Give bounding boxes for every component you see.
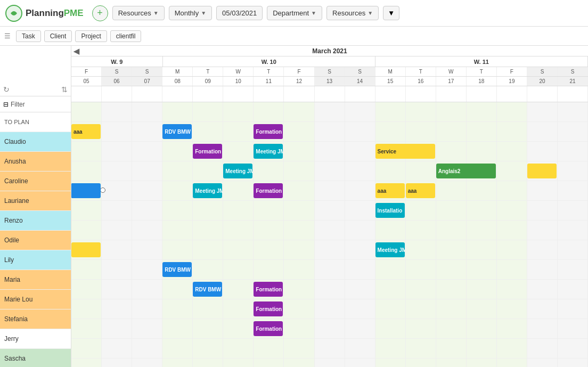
grid-cell[interactable] [497,319,527,338]
grid-cell[interactable] [497,102,527,121]
filter-tag-project[interactable]: Project [75,30,107,42]
grid-cell[interactable] [315,161,345,181]
grid-cell[interactable] [223,319,254,338]
filter-button[interactable]: ▼ [383,6,399,20]
calendar-event[interactable]: aaa [71,124,101,139]
grid-cell[interactable] [497,299,527,319]
calendar-event[interactable]: Formation [254,183,283,198]
grid-cell[interactable] [558,260,588,279]
grid-cell[interactable] [345,358,375,367]
grid-cell[interactable] [162,142,193,161]
grid-cell[interactable] [102,319,132,338]
grid-cell[interactable] [102,201,132,220]
grid-cell[interactable] [162,102,193,121]
grid-cell[interactable] [345,299,375,319]
grid-cell[interactable] [436,221,467,240]
calendar-event[interactable]: Meeting JMC [254,144,283,159]
grid-cell[interactable] [254,161,284,181]
grid-cell[interactable] [558,102,588,121]
calendar-event[interactable] [527,164,557,178]
grid-cell[interactable] [193,122,223,141]
filter-tag-task[interactable]: Task [16,30,41,42]
grid-cell[interactable] [254,221,284,240]
grid-cell[interactable] [345,122,375,141]
grid-cell[interactable] [467,201,497,220]
grid-cell[interactable] [467,240,497,259]
grid-cell[interactable] [71,142,102,161]
grid-cell[interactable] [102,280,132,299]
calendar-event[interactable]: Formation [254,282,283,297]
grid-cell[interactable] [102,221,132,240]
grid-cell[interactable] [406,299,436,319]
grid-cell[interactable] [345,280,375,299]
calendar-event[interactable]: aaa [406,183,435,198]
grid-cell[interactable] [527,181,558,200]
grid-cell[interactable] [315,260,345,279]
calendar-event[interactable]: Meeting JMC [375,242,405,257]
grid-cell[interactable] [132,358,162,367]
calendar-event[interactable]: Formation [254,124,283,139]
grid-cell[interactable] [558,358,588,367]
calendar-event[interactable]: Anglais2 [436,164,496,178]
grid-cell[interactable] [436,102,467,121]
grid-cell[interactable] [102,260,132,279]
grid-cell[interactable] [375,299,406,319]
grid-cell[interactable] [375,319,406,338]
grid-cell[interactable] [436,260,467,279]
grid-cell[interactable] [254,339,284,358]
date-picker[interactable]: 05/03/2021 [216,6,263,20]
grid-cell[interactable] [223,339,254,358]
grid-cell[interactable] [223,299,254,319]
grid-cell[interactable] [467,358,497,367]
grid-cell[interactable] [558,201,588,220]
grid-cell[interactable] [102,161,132,181]
grid-cell[interactable] [436,280,467,299]
calendar-event[interactable]: Formation [193,144,222,159]
sort-icon[interactable]: ⇅ [61,85,68,94]
grid-cell[interactable] [193,319,223,338]
grid-cell[interactable] [467,122,497,141]
grid-cell[interactable] [132,280,162,299]
grid-cell[interactable] [558,181,588,200]
grid-cell[interactable] [558,240,588,259]
grid-cell[interactable] [558,122,588,141]
grid-cell[interactable] [315,358,345,367]
grid-cell[interactable] [406,280,436,299]
grid-cell[interactable] [436,201,467,220]
grid-cell[interactable] [315,102,345,121]
grid-cell[interactable] [467,319,497,338]
grid-cell[interactable] [223,358,254,367]
grid-cell[interactable] [71,358,102,367]
grid-cell[interactable] [193,260,223,279]
grid-cell[interactable] [497,260,527,279]
grid-cell[interactable] [132,122,162,141]
grid-cell[interactable] [375,358,406,367]
grid-cell[interactable] [162,181,193,200]
grid-cell[interactable] [284,221,314,240]
grid-cell[interactable] [406,161,436,181]
grid-cell[interactable] [132,221,162,240]
grid-cell[interactable] [406,358,436,367]
grid-cell[interactable] [284,201,314,220]
grid-cell[interactable] [223,181,254,200]
grid-cell[interactable] [527,142,558,161]
grid-cell[interactable] [284,260,314,279]
grid-cell[interactable] [284,319,314,338]
grid-cell[interactable] [284,240,314,259]
grid-cell[interactable] [223,201,254,220]
grid-cell[interactable] [315,319,345,338]
grid-cell[interactable] [345,260,375,279]
grid-cell[interactable] [71,260,102,279]
grid-cell[interactable] [467,142,497,161]
grid-cell[interactable] [71,201,102,220]
grid-cell[interactable] [558,339,588,358]
grid-cell[interactable] [162,221,193,240]
grid-cell[interactable] [102,358,132,367]
prev-month-button[interactable]: ◀ [74,47,79,55]
grid-cell[interactable] [71,221,102,240]
grid-cell[interactable] [345,319,375,338]
grid-cell[interactable] [132,102,162,121]
grid-cell[interactable] [406,260,436,279]
grid-cell[interactable] [315,240,345,259]
grid-cell[interactable] [527,102,558,121]
